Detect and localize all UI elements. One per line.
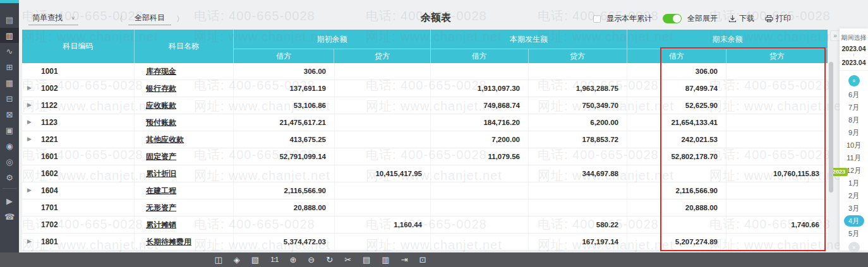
- subject-name-cell: 预付账款: [135, 114, 234, 131]
- print-label: 打印: [776, 13, 791, 24]
- subject-name-cell: 无形资产: [135, 199, 234, 216]
- settings-gear-icon: ⚙: [6, 173, 13, 182]
- sidebar-item-calendar-icon[interactable]: ▦: [0, 75, 19, 90]
- customer-service-icon: ☎: [4, 212, 15, 222]
- sidebar-item-cashier-icon[interactable]: ⊠: [0, 107, 19, 122]
- table-body: 1001库存现金306.00306.00▶1002银行存款137,691.191…: [22, 63, 828, 251]
- period-to[interactable]: 2023.04: [840, 59, 868, 66]
- expand-all-toggle[interactable]: [663, 14, 682, 23]
- subject-name-link[interactable]: 固定资产: [146, 151, 176, 162]
- print-button[interactable]: 打印: [765, 13, 791, 24]
- expand-row-icon[interactable]: ▶: [27, 187, 32, 193]
- top-toolbar: 简单查找 ˅ 〈 全部科目 〉 余额表 显示本年累计 全部展开 下载 打印: [19, 0, 840, 30]
- chevrons-down-icon: »: [850, 246, 857, 249]
- panel-icon[interactable]: ◫: [215, 255, 222, 264]
- image-edit-icon[interactable]: ▧: [251, 255, 259, 264]
- rotate-icon[interactable]: ↻: [326, 255, 333, 264]
- month-item[interactable]: 10月: [840, 139, 868, 151]
- group-header-current: 本期发生额 借方 贷方: [431, 30, 627, 63]
- month-list: 6月7月8月9月10月11月12月1月2月3月4月5月: [840, 88, 868, 240]
- op-credit-cell: [335, 131, 431, 148]
- expand-row-icon[interactable]: ▶: [27, 136, 32, 142]
- cur-debit-cell: 7,200.00: [431, 131, 529, 148]
- subject-name-link[interactable]: 应收账款: [146, 100, 176, 111]
- op-debit-cell: 21,475,617.21: [234, 114, 335, 131]
- next-subject-arrow[interactable]: 〉: [171, 14, 189, 25]
- cur-credit-cell: [529, 199, 627, 216]
- sidebar-item-invoice-icon[interactable]: ⊟: [0, 91, 19, 106]
- scroll-months-down-button[interactable]: »: [848, 242, 860, 253]
- expand-row-icon[interactable]: ▶: [27, 85, 32, 91]
- vertical-scrollbar-thumb[interactable]: [829, 62, 833, 193]
- subject-scope-label[interactable]: 全部科目: [128, 13, 171, 25]
- sidebar-item-settings-gear-icon[interactable]: ⚙: [0, 170, 19, 185]
- sidebar-item-customer-service-icon[interactable]: ☎: [0, 209, 19, 224]
- month-item[interactable]: 1月: [840, 177, 868, 189]
- cur-credit-cell: 178,853.72: [529, 131, 627, 148]
- subject-name-link[interactable]: 长期待摊费用: [146, 237, 191, 247]
- collapse-panel-tab[interactable]: »: [830, 30, 840, 41]
- month-item[interactable]: 8月: [840, 114, 868, 126]
- sidebar-item-video-tutorial-icon[interactable]: ▶: [0, 193, 19, 208]
- scroll-months-up-button[interactable]: «: [848, 75, 860, 86]
- subject-code: 1604: [41, 186, 58, 195]
- subject-name-link[interactable]: 预付账款: [146, 117, 176, 128]
- month-item[interactable]: 6月: [840, 88, 868, 101]
- print-icon[interactable]: ⊡: [419, 255, 426, 264]
- end-credit-cell: [726, 182, 828, 199]
- month-item-selected[interactable]: 4月: [844, 215, 864, 227]
- subject-code: 1122: [41, 101, 57, 110]
- month-item[interactable]: 3月: [840, 202, 868, 215]
- period-from[interactable]: 2023.04: [840, 45, 868, 52]
- subject-name-link[interactable]: 银行存款: [146, 83, 176, 94]
- audit-search-icon: ◎: [6, 157, 13, 167]
- month-item[interactable]: 5月: [840, 227, 868, 240]
- subject-name-link[interactable]: 其他应收款: [146, 134, 184, 145]
- end-credit-cell: [726, 148, 828, 165]
- export-icon[interactable]: ⇥: [401, 255, 408, 264]
- op-debit-cell: [234, 165, 335, 182]
- sidebar-item-audit-search-icon[interactable]: ◎: [0, 154, 19, 169]
- subject-code-cell: ▶1221: [22, 131, 135, 148]
- sidebar-item-voucher-icon[interactable]: ▤: [0, 12, 19, 27]
- subject-name-link[interactable]: 在建工程: [146, 186, 176, 196]
- month-item[interactable]: 7月: [840, 101, 868, 114]
- subject-name-link[interactable]: 库存现金: [146, 66, 176, 77]
- save-word-icon[interactable]: ▤: [363, 255, 370, 264]
- salary-icon: ◉: [6, 141, 13, 151]
- expand-row-icon[interactable]: ▶: [27, 119, 32, 125]
- actual-size-icon[interactable]: 1:1: [270, 255, 278, 264]
- zoom-out-icon[interactable]: ⊖: [308, 255, 315, 264]
- end-credit-cell: [726, 97, 828, 114]
- month-item[interactable]: 11月: [840, 151, 868, 164]
- sidebar-item-report-chart-icon[interactable]: ∿: [0, 44, 19, 59]
- download-button[interactable]: 下载: [728, 13, 754, 24]
- zoom-in-icon[interactable]: ⊕: [289, 255, 296, 264]
- month-item[interactable]: 9月: [840, 126, 868, 139]
- end-debit-cell: 52,625.90: [627, 97, 726, 114]
- subject-name-link[interactable]: 累计折旧: [146, 169, 176, 179]
- subject-code-cell: ▶1801: [22, 234, 135, 250]
- search-mode-label: 简单查找: [32, 13, 63, 23]
- subject-code: 1001: [41, 67, 58, 76]
- subject-name-cell: 在建工程: [135, 182, 234, 199]
- prev-subject-arrow[interactable]: 〈: [111, 14, 128, 25]
- save-image-icon[interactable]: ▥: [382, 255, 389, 264]
- sidebar-item-fixed-assets-icon[interactable]: ▣: [0, 122, 19, 138]
- expand-row-icon[interactable]: ▶: [27, 102, 32, 108]
- subject-name-link[interactable]: 无形资产: [146, 203, 176, 213]
- subject-name-link[interactable]: 累计摊销: [146, 220, 176, 230]
- subject-name-cell: 其他应收款: [135, 131, 234, 148]
- table-row: 1602累计折旧10,415,417.95344,697.8810,760,11…: [22, 165, 828, 182]
- sidebar-item-ledger-icon[interactable]: ▥: [0, 28, 19, 43]
- cur-credit-cell: [529, 148, 627, 165]
- magic-select-icon[interactable]: ◈: [234, 255, 240, 264]
- search-mode-dropdown[interactable]: 简单查找 ˅: [28, 13, 78, 25]
- cut-icon[interactable]: ✂: [344, 255, 351, 264]
- subject-code: 1601: [41, 152, 58, 161]
- sidebar-item-documents-icon[interactable]: ⊞: [0, 59, 19, 74]
- expand-row-icon[interactable]: ▶: [27, 239, 32, 244]
- sidebar-item-salary-icon[interactable]: ◉: [0, 138, 19, 153]
- month-item[interactable]: 2月: [840, 189, 868, 202]
- show-ytd-checkbox[interactable]: [593, 15, 601, 23]
